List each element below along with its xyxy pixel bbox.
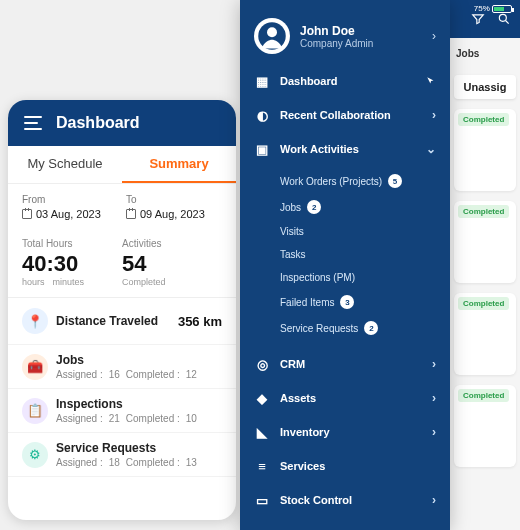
sidebar-item-work-activities[interactable]: ▣ Work Activities ⌄ [240,132,450,166]
right-phone-peek: 75% Jobs Unassig Completed Completed Com… [450,0,520,530]
page-title: Dashboard [56,114,140,132]
svg-point-0 [499,14,506,21]
receipt-icon: ▤ [254,526,270,530]
sidebar-item-stock-control[interactable]: ▭ Stock Control › [240,483,450,517]
sidebar-item-recent-collaboration[interactable]: ◐ Recent Collaboration › [240,98,450,132]
list-icon: ≡ [254,458,270,474]
avatar [254,18,290,54]
location-icon: 📍 [22,308,48,334]
sidebar-sub-jobs[interactable]: Jobs2 [240,194,450,220]
target-icon: ◎ [254,356,270,372]
job-card[interactable]: Completed [454,109,516,191]
sidebar-sub-tasks[interactable]: Tasks [240,243,450,266]
sidebar-item-crm[interactable]: ◎ CRM › [240,347,450,381]
tab-my-schedule[interactable]: My Schedule [8,146,122,183]
chevron-down-icon: ⌄ [426,142,436,156]
sidebar-sub-visits[interactable]: Visits [240,220,450,243]
battery-icon [492,5,512,13]
count-badge: 2 [364,321,378,335]
job-card[interactable]: Completed [454,293,516,375]
sidebar-sub-inspections[interactable]: Inspections (PM) [240,266,450,289]
status-badge: Completed [458,389,509,402]
sidebar-item-sales-order[interactable]: ▤ Sales Order › [240,517,450,530]
right-tab-jobs[interactable]: Jobs [450,38,520,69]
chevron-right-icon: › [432,357,436,371]
sidebar-sub-service-requests[interactable]: Service Requests2 [240,315,450,341]
briefcase-icon: 🧰 [22,354,48,380]
tab-summary[interactable]: Summary [122,146,236,183]
box-icon: ▭ [254,492,270,508]
stats-row: Total Hours 40:30 hoursminutes Activitie… [8,230,236,298]
sidebar-item-services[interactable]: ≡ Services [240,449,450,483]
user-profile[interactable]: John Doe Company Admin › [240,0,450,64]
summary-item-service-requests[interactable]: ⚙ Service Requests Assigned :18Completed… [8,433,236,477]
clipboard-icon: 📋 [22,398,48,424]
total-hours-label: Total Hours [22,238,122,249]
chevron-right-icon: › [432,108,436,122]
calendar-icon [22,209,32,219]
status-badge: Completed [458,205,509,218]
chevron-right-icon: › [432,29,436,43]
from-date-field[interactable]: 03 Aug, 2023 [22,208,118,220]
status-badge: Completed [458,297,509,310]
user-name: John Doe [300,24,422,38]
chevron-right-icon: › [432,391,436,405]
right-topbar: 75% [450,0,520,38]
filter-pill-unassigned[interactable]: Unassig [454,75,516,99]
summary-item-jobs[interactable]: 🧰 Jobs Assigned :16Completed :12 [8,345,236,389]
clipboard-icon: ▣ [254,141,270,157]
search-icon[interactable] [496,11,512,27]
distance-label: Distance Traveled [56,314,158,328]
sidebar-item-inventory[interactable]: ◣ Inventory › [240,415,450,449]
svg-point-2 [267,27,277,37]
count-badge: 2 [307,200,321,214]
clock-icon: ◐ [254,107,270,123]
status-badge: Completed [458,113,509,126]
calendar-icon [126,209,136,219]
sidebar-sub-work-orders[interactable]: Work Orders (Projects)5 [240,168,450,194]
job-card[interactable]: Completed [454,201,516,283]
status-bar: 75% [474,4,512,13]
sidebar-sub-failed-items[interactable]: Failed Items3 [240,289,450,315]
distance-row: 📍 Distance Traveled 356 km [8,298,236,345]
cube-icon: ◆ [254,390,270,406]
job-card[interactable]: Completed [454,385,516,467]
summary-tabs: My Schedule Summary [8,146,236,184]
sidebar-drawer: John Doe Company Admin › ▦ Dashboard ◐ R… [240,0,450,530]
gear-icon: ⚙ [22,442,48,468]
menu-icon[interactable] [24,116,44,130]
activities-label: Activities [122,238,222,249]
user-role: Company Admin [300,38,422,49]
to-label: To [126,194,222,205]
distance-value: 356 km [178,314,222,329]
dashboard-phone: Dashboard My Schedule Summary From 03 Au… [8,100,236,520]
chevron-right-icon: › [432,493,436,507]
count-badge: 5 [388,174,402,188]
tag-icon: ◣ [254,424,270,440]
cursor-icon [426,76,436,86]
activities-value: 54 [122,251,222,277]
dashboard-header: Dashboard [8,100,236,146]
from-label: From [22,194,118,205]
work-activities-submenu: Work Orders (Projects)5 Jobs2 Visits Tas… [240,166,450,347]
count-badge: 3 [340,295,354,309]
sidebar-item-assets[interactable]: ◆ Assets › [240,381,450,415]
to-date-field[interactable]: 09 Aug, 2023 [126,208,222,220]
date-range: From 03 Aug, 2023 To 09 Aug, 2023 [8,184,236,230]
total-hours-value: 40:30 [22,251,122,277]
chevron-right-icon: › [432,425,436,439]
summary-item-inspections[interactable]: 📋 Inspections Assigned :21Completed :10 [8,389,236,433]
sidebar-item-dashboard[interactable]: ▦ Dashboard [240,64,450,98]
filter-icon[interactable] [470,11,486,27]
grid-icon: ▦ [254,73,270,89]
